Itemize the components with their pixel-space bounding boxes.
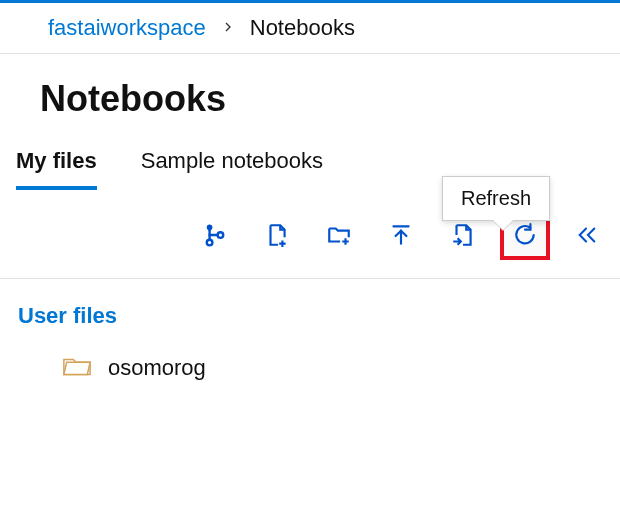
new-folder-icon[interactable]	[318, 214, 360, 256]
file-tree: User files osomorog	[0, 279, 620, 391]
page-title: Notebooks	[0, 54, 620, 138]
breadcrumb: fastaiworkspace Notebooks	[0, 3, 620, 54]
new-file-icon[interactable]	[256, 214, 298, 256]
git-icon[interactable]	[194, 214, 236, 256]
tree-item-label: osomorog	[108, 355, 206, 381]
breadcrumb-current: Notebooks	[250, 15, 355, 41]
tree-item[interactable]: osomorog	[18, 343, 620, 391]
tab-my-files[interactable]: My files	[16, 138, 97, 188]
collapse-icon[interactable]	[566, 214, 608, 256]
tab-sample-notebooks[interactable]: Sample notebooks	[141, 138, 323, 188]
folder-icon	[62, 353, 92, 383]
breadcrumb-workspace-link[interactable]: fastaiworkspace	[48, 15, 206, 41]
chevron-right-icon	[220, 17, 236, 40]
tree-section-user-files[interactable]: User files	[18, 299, 620, 343]
refresh-tooltip: Refresh	[442, 176, 550, 221]
upload-icon[interactable]	[380, 214, 422, 256]
